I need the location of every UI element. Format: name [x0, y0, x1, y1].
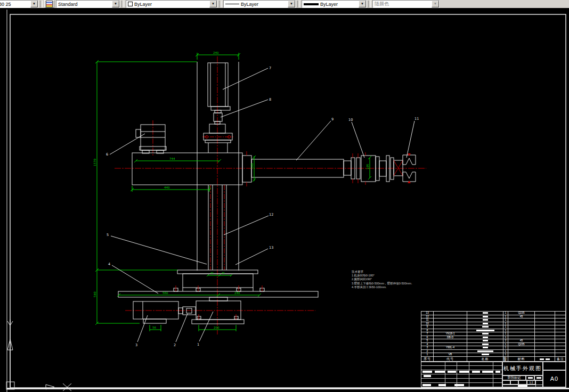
- balloon-11: 11: [414, 117, 419, 121]
- balloon-6: 6: [106, 152, 108, 157]
- parts-table: 131Q235 12145 111 101 91 81 7YN18-11 6DB…: [421, 311, 566, 362]
- notes-line: 4.手部夹持工件50-100mm.: [352, 285, 412, 289]
- balloon-3: 3: [135, 343, 137, 347]
- balloon-labels: 7 8 6 9 10 11 12 13 5 4 3 2 1: [106, 66, 419, 347]
- title-block-signature-grid: [421, 362, 502, 387]
- dim-arm-top: 744: [169, 157, 175, 160]
- balloon-10: 10: [348, 118, 353, 122]
- chevron-down-icon[interactable]: ▼: [30, 1, 38, 7]
- ucs-icon: [6, 320, 71, 391]
- color-swatch-icon: [128, 2, 133, 6]
- notes-line: 2.腕部回转±90°: [352, 277, 412, 281]
- lineweight-value: ByLayer: [320, 2, 338, 7]
- layers-icon: [46, 1, 53, 7]
- base-assembly: [118, 270, 318, 324]
- dim-cyl-width: 240: [213, 51, 219, 54]
- drawing-title: 机械手外观图: [502, 362, 543, 375]
- dim-motor-foot: 56: [152, 326, 156, 329]
- lineweight-combo[interactable]: ByLayer ▼: [302, 0, 367, 8]
- toolbar-separator: [368, 1, 371, 7]
- top-toolbar: 30 25 ▼ Standard ▼ ByLayer ▼ ByLayer ▼ B…: [0, 0, 569, 8]
- dim-col-left: 40: [210, 272, 214, 274]
- notes-line: 1.机身转动0-180°: [352, 273, 412, 277]
- notes-line: 3.臂部上下移动0-500mm，臂部伸缩0-500mm.: [352, 281, 412, 285]
- leader-lines: [110, 68, 414, 342]
- balloon-9: 9: [331, 117, 334, 121]
- balloon-5: 5: [107, 233, 109, 237]
- wrist-motor: [136, 125, 166, 153]
- chevron-down-icon[interactable]: ▼: [288, 1, 295, 7]
- technical-notes: 技术要求 1.机身转动0-180° 2.腕部回转±90° 3.臂部上下移动0-5…: [352, 270, 412, 289]
- toolbar-separator: [121, 1, 124, 7]
- dim-arm-bottom: 440: [164, 186, 170, 189]
- dim-style-combo[interactable]: 30 25 ▼: [0, 0, 38, 8]
- linetype-value: ByLayer: [241, 2, 258, 7]
- dim-style-value: 30 25: [0, 2, 30, 7]
- notes-title: 技术要求: [352, 270, 412, 273]
- dim-base-height: 540: [93, 291, 96, 297]
- plot-style-combo: 随颜色 ▼: [372, 0, 440, 8]
- chevron-down-icon[interactable]: ▼: [359, 1, 366, 7]
- balloon-1: 1: [197, 342, 199, 347]
- color-value: ByLayer: [134, 2, 152, 7]
- balloon-7: 7: [269, 66, 271, 70]
- toolbar-separator: [40, 1, 43, 7]
- balloon-13: 13: [269, 246, 273, 250]
- linetype-icon: [225, 4, 239, 4]
- chevron-down-icon[interactable]: ▼: [209, 1, 217, 7]
- balloon-12: 12: [269, 213, 273, 217]
- chevron-down-icon: ▼: [432, 1, 439, 7]
- column-cylinder: [197, 62, 239, 271]
- linetype-combo[interactable]: ByLayer ▼: [223, 0, 296, 8]
- dim-col-right: 40: [222, 272, 225, 274]
- lineweight-icon: [304, 3, 319, 5]
- dim-total-height: 1570: [93, 159, 96, 166]
- toolbar-separator: [297, 1, 300, 7]
- dimensions: [95, 53, 371, 331]
- balloon-2: 2: [174, 343, 176, 347]
- toolbar-separator: [219, 1, 222, 7]
- scale-value: 1:2: [527, 380, 535, 385]
- title-block: 机械手外观图 阶段标记 1:2 A0: [421, 361, 566, 388]
- chevron-down-icon[interactable]: ▼: [112, 1, 119, 7]
- plot-style-value: 随颜色: [373, 1, 432, 7]
- text-style-value: Standard: [56, 2, 112, 7]
- title-block-right: 机械手外观图 阶段标记 1:2 A0: [502, 362, 565, 387]
- dim-gear-base: 200: [214, 326, 220, 329]
- balloon-8: 8: [269, 97, 271, 102]
- color-combo[interactable]: ByLayer ▼: [126, 0, 217, 8]
- balloon-4: 4: [108, 262, 110, 266]
- text-style-combo[interactable]: Standard ▼: [56, 0, 120, 8]
- dim-arm-height: 140: [250, 163, 254, 169]
- stage-mark-label: 阶段标记: [502, 375, 526, 380]
- arm-assembly: [132, 151, 394, 186]
- sheet-size: A0: [543, 370, 566, 387]
- dim-plate-left: 560: [162, 291, 168, 295]
- dim-wrist: 105: [366, 164, 369, 169]
- dim-plate-right: 240: [234, 291, 240, 295]
- layer-button[interactable]: [44, 0, 54, 8]
